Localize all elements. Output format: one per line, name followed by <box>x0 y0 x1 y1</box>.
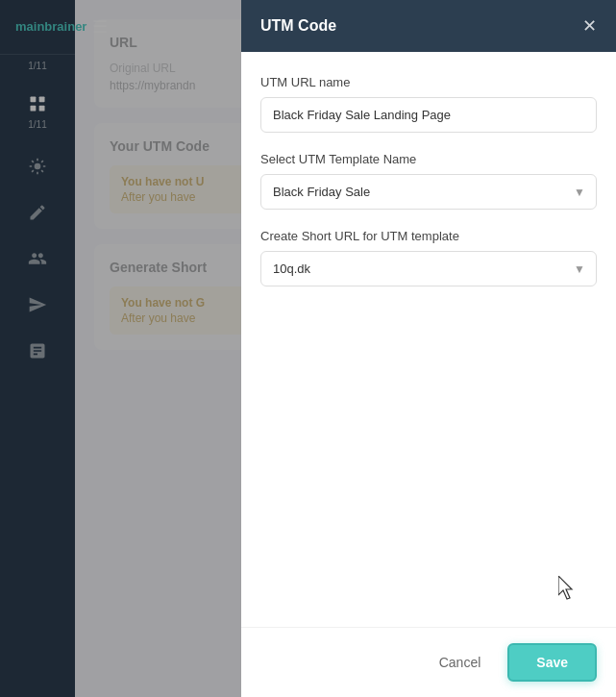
short-url-label: Create Short URL for UTM template <box>260 229 597 243</box>
short-url-select-wrap: 10q.dk None ▼ <box>260 251 597 286</box>
utm-template-select[interactable]: Black Friday Sale Summer Sale Spring Cam… <box>260 174 597 210</box>
modal-close-button[interactable]: ✕ <box>582 17 597 35</box>
modal-title: UTM Code <box>260 17 336 35</box>
utm-template-label: Select UTM Template Name <box>260 152 597 166</box>
utm-url-name-label: UTM URL name <box>260 75 597 89</box>
cancel-button[interactable]: Cancel <box>424 643 497 682</box>
utm-code-modal: UTM Code ✕ UTM URL name Select UTM Templ… <box>241 0 616 697</box>
save-button[interactable]: Save <box>507 643 597 682</box>
modal-body: UTM URL name Select UTM Template Name Bl… <box>241 52 616 627</box>
modal-header: UTM Code ✕ <box>241 0 616 52</box>
utm-url-name-input[interactable] <box>260 97 597 133</box>
short-url-select[interactable]: 10q.dk None <box>260 251 597 286</box>
modal-footer: Cancel Save <box>241 627 616 697</box>
utm-template-select-wrap: Black Friday Sale Summer Sale Spring Cam… <box>260 174 597 210</box>
